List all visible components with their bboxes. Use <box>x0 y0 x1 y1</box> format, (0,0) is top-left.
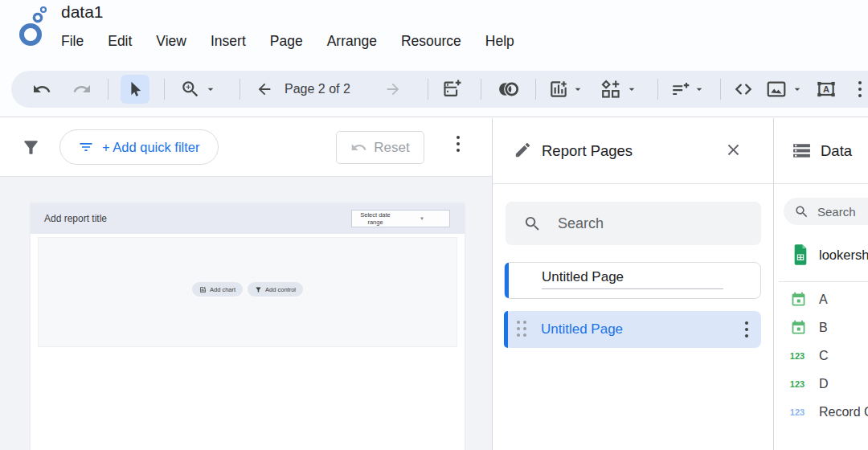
mini-control-icon <box>255 286 262 293</box>
add-control-pill-label: Add control <box>265 286 296 293</box>
menu-help[interactable]: Help <box>485 33 514 50</box>
toolbar-separator <box>428 79 428 100</box>
add-quick-filter-label: + Add quick filter <box>102 140 200 155</box>
number-field-icon: 123 <box>785 351 809 361</box>
page-indicator: Page 2 of 2 <box>285 82 350 96</box>
add-chart-icon[interactable] <box>548 79 569 100</box>
blend-data-icon[interactable] <box>495 79 522 100</box>
page-back-icon[interactable] <box>256 80 273 98</box>
menu-view[interactable]: View <box>156 33 186 50</box>
empty-chart-placeholder: Add chart Add control <box>38 237 457 347</box>
menu-file[interactable]: File <box>61 33 84 50</box>
data-panel-title: Data <box>821 142 852 160</box>
reset-button[interactable]: Reset <box>336 131 424 164</box>
top-header: data1 File Edit View Insert Page Arrange… <box>0 0 868 117</box>
date-range-caret-icon: ▾ <box>399 215 445 222</box>
page-name-input[interactable] <box>542 269 723 289</box>
reset-label: Reset <box>374 140 409 156</box>
date-field-icon <box>790 291 807 308</box>
add-control-caret-icon[interactable] <box>625 83 638 96</box>
field-row-d[interactable]: 123 D <box>774 370 868 398</box>
add-filter-caret-icon[interactable] <box>693 83 706 96</box>
mini-chart-icon <box>199 286 207 293</box>
filter-bar: + Add quick filter Reset <box>0 118 492 177</box>
date-field-icon <box>790 319 807 336</box>
page-name-label: Untitled Page <box>541 321 623 338</box>
page-item-selected[interactable]: Untitled Page <box>504 311 761 348</box>
add-filter-icon[interactable] <box>670 79 691 100</box>
search-icon <box>523 215 542 233</box>
text-box-icon[interactable]: A <box>815 78 837 100</box>
add-page-icon[interactable] <box>441 79 463 100</box>
redo-icon[interactable] <box>72 80 92 99</box>
date-range-label: Select date range <box>352 211 399 226</box>
reset-undo-icon <box>350 139 367 156</box>
add-control-pill-button[interactable]: Add control <box>248 282 303 297</box>
report-title[interactable]: data1 <box>61 2 104 22</box>
toolbar: Page 2 of 2 <box>11 71 868 108</box>
drag-handle-icon[interactable] <box>517 321 527 338</box>
field-row-c[interactable]: 123 C <box>774 342 868 370</box>
data-search-box[interactable] <box>784 198 868 225</box>
zoom-icon[interactable] <box>180 79 201 100</box>
report-workspace: Add report title Select date range ▾ Add… <box>0 177 492 450</box>
menu-page[interactable]: Page <box>270 33 303 50</box>
field-name: Record Count <box>819 405 868 419</box>
undo-icon[interactable] <box>32 80 51 99</box>
menu-resource[interactable]: Resource <box>401 33 461 50</box>
image-caret-icon[interactable] <box>791 83 804 96</box>
toolbar-separator <box>164 79 165 100</box>
date-range-control[interactable]: Select date range ▾ <box>351 210 450 227</box>
data-source-row[interactable]: lookersheets <box>774 240 868 268</box>
report-page-canvas[interactable]: Add report title Select date range ▾ Add… <box>31 203 465 450</box>
number-field-icon: 123 <box>785 379 809 389</box>
field-row-b[interactable]: B <box>774 313 868 342</box>
field-name: C <box>819 349 829 363</box>
menu-edit[interactable]: Edit <box>108 33 132 50</box>
toolbar-separator <box>535 79 536 100</box>
looker-studio-logo-icon[interactable] <box>16 5 50 48</box>
toolbar-separator <box>481 79 481 100</box>
menu-arrange[interactable]: Arrange <box>327 33 377 50</box>
add-chart-caret-icon[interactable] <box>571 83 584 96</box>
toolbar-more-icon[interactable] <box>858 81 862 97</box>
svg-text:A: A <box>823 84 829 94</box>
menu-insert[interactable]: Insert <box>211 33 246 50</box>
add-quick-filter-button[interactable]: + Add quick filter <box>59 129 219 165</box>
image-icon[interactable] <box>765 78 788 100</box>
filter-bar-more-icon[interactable] <box>457 136 460 152</box>
page-item-renaming[interactable] <box>504 262 761 299</box>
data-panel: Data lookersheets A <box>773 118 868 450</box>
add-chart-pill-button[interactable]: Add chart <box>192 282 243 297</box>
field-row-record-count[interactable]: 123 Record Count <box>774 398 868 426</box>
add-control-icon[interactable] <box>600 78 622 100</box>
field-name: D <box>819 377 829 391</box>
report-title-placeholder[interactable]: Add report title <box>44 213 107 224</box>
sheets-source-icon <box>792 243 809 266</box>
report-header-band: Add report title Select date range ▾ <box>31 203 465 234</box>
field-name: B <box>819 321 828 335</box>
close-panel-icon[interactable] <box>724 141 743 159</box>
add-chart-pill-label: Add chart <box>210 286 235 293</box>
zoom-dropdown-caret-icon[interactable] <box>204 83 217 96</box>
select-cursor-icon[interactable] <box>121 75 149 104</box>
divider <box>779 281 868 282</box>
menubar: File Edit View Insert Page Arrange Resou… <box>61 33 514 50</box>
field-row-a[interactable]: A <box>774 285 868 313</box>
page-forward-icon[interactable] <box>384 80 402 98</box>
data-panel-header: Data <box>774 118 868 184</box>
data-icon <box>792 141 812 161</box>
page-active-bar <box>505 263 509 298</box>
search-icon <box>794 204 809 219</box>
embed-code-icon[interactable] <box>731 79 755 100</box>
page-more-icon[interactable] <box>745 321 748 338</box>
toolbar-separator <box>240 79 240 100</box>
canvas-column: + Add quick filter Reset Add report titl… <box>0 118 492 450</box>
pencil-icon <box>514 141 532 159</box>
report-pages-title: Report Pages <box>542 142 633 160</box>
filter-funnel-icon[interactable] <box>21 137 41 158</box>
looker-studio-app: data1 File Edit View Insert Page Arrange… <box>0 0 868 450</box>
pages-search-box[interactable] <box>506 202 761 245</box>
data-search-input[interactable] <box>817 205 868 219</box>
pages-search-input[interactable] <box>558 215 702 232</box>
